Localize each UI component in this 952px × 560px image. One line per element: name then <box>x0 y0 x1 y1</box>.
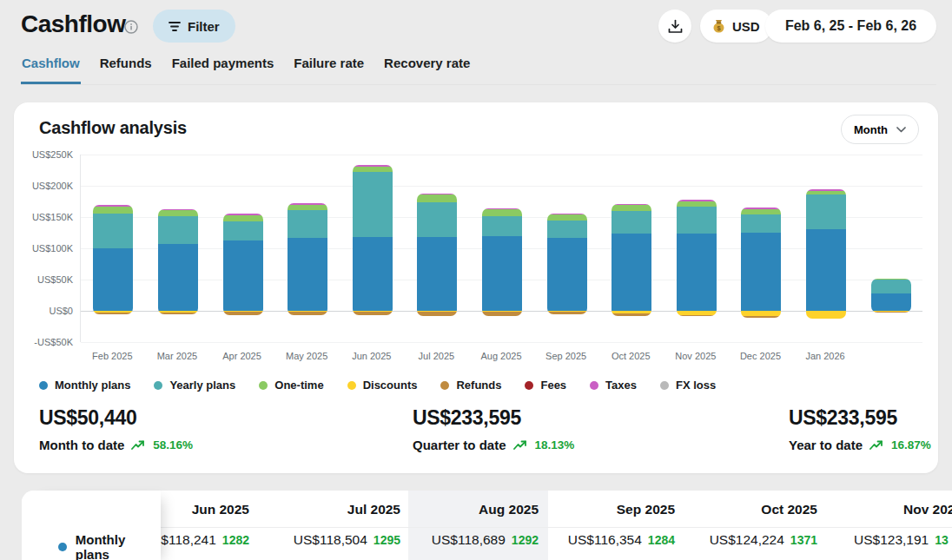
x-tick-label: Mar 2025 <box>142 351 212 361</box>
bar-nov-2025[interactable] <box>677 200 717 317</box>
bar-segment-one-time <box>677 201 717 207</box>
x-tick-label: Jul 2025 <box>401 351 471 361</box>
cell-amount: US$116,354 <box>568 532 642 547</box>
cell-value: US$116,3541284 <box>527 532 675 548</box>
legend-label: Fees <box>540 379 566 392</box>
bar-jul-2025[interactable] <box>417 194 457 316</box>
stat-quarter-to-date: US$233,595 Quarter to date 18.13% <box>413 406 574 452</box>
legend-dot <box>39 381 48 390</box>
stat-amount: US$233,595 <box>789 406 931 430</box>
bar-segment-one-time <box>871 279 911 280</box>
bar-segment-refunds <box>93 313 133 314</box>
stat-change: 18.13% <box>535 438 575 451</box>
cell-count: 13 <box>935 533 949 547</box>
table-header-divider <box>161 527 952 528</box>
column-header-jul-2025: Jul 2025 <box>270 502 400 517</box>
date-range-button[interactable]: Feb 6, 25 - Feb 6, 26 <box>765 10 936 43</box>
y-tick-label: -US$50K <box>14 337 73 347</box>
bar-feb-2025[interactable] <box>93 205 133 314</box>
tab-failed-payments[interactable]: Failed payments <box>171 54 275 84</box>
bar-segment-monthly-plans <box>158 244 198 311</box>
tab-cashflow[interactable]: Cashflow <box>21 54 81 84</box>
bar-segment-refunds <box>612 313 651 316</box>
bar-segment-taxes <box>353 165 393 167</box>
bar-segment-one-time <box>223 215 263 221</box>
chevron-down-icon <box>896 127 906 133</box>
cell-count: 1371 <box>790 533 817 547</box>
bar-segment-yearly-plans <box>482 216 522 237</box>
bar-sep-2025[interactable] <box>547 214 587 315</box>
legend-item-refunds[interactable]: Refunds <box>440 379 501 392</box>
legend-item-fx-loss[interactable]: FX loss <box>660 379 716 392</box>
bar-mar-2025[interactable] <box>158 209 198 315</box>
page-title: Cashflow <box>21 10 125 38</box>
legend-item-one-time[interactable]: One-time <box>259 379 323 392</box>
bar-segment-monthly-plans <box>223 240 263 311</box>
legend-item-taxes[interactable]: Taxes <box>590 379 637 392</box>
chart-legend: Monthly plansYearly plansOne-timeDiscoun… <box>39 379 716 392</box>
tab-refunds[interactable]: Refunds <box>99 54 153 84</box>
legend-item-fees[interactable]: Fees <box>525 379 566 392</box>
bar-aug-2025[interactable] <box>482 208 522 316</box>
bar-segment-taxes <box>158 209 198 210</box>
bar-segment-monthly-plans <box>417 237 457 311</box>
bar-segment-taxes <box>547 214 587 214</box>
bar-segment-yearly-plans <box>353 172 393 237</box>
trend-up-icon <box>869 440 884 451</box>
filter-button[interactable]: Filter <box>153 10 235 43</box>
period-selector[interactable]: Month <box>841 115 919 144</box>
y-tick-label: US$50K <box>14 274 73 285</box>
stat-label: Month to date <box>39 438 124 452</box>
bar-may-2025[interactable] <box>288 203 327 315</box>
cell-amount: US$118,689 <box>432 532 506 547</box>
bar-jun-2025[interactable] <box>353 165 393 315</box>
cell-amount: US$124,224 <box>710 532 784 547</box>
bar-segment-yearly-plans <box>677 207 717 234</box>
period-selector-value: Month <box>854 123 888 136</box>
bar-partial[interactable] <box>871 279 911 313</box>
tab-recovery-rate[interactable]: Recovery rate <box>383 54 471 84</box>
legend-label: Yearly plans <box>169 379 235 392</box>
bar-segment-monthly-plans <box>547 238 587 311</box>
bar-jan-2026[interactable] <box>806 189 846 319</box>
bar-segment-refunds <box>741 316 781 317</box>
row-label: Monthly plans <box>76 532 161 560</box>
cashflow-analysis-card: Cashflow analysis Month Monthly plansYea… <box>14 102 938 473</box>
legend-dot <box>347 381 356 390</box>
bar-dec-2025[interactable] <box>741 208 781 318</box>
bar-segment-monthly-plans <box>353 237 393 311</box>
gridline <box>81 155 922 155</box>
info-icon[interactable] <box>124 20 138 34</box>
bar-segment-refunds <box>223 312 263 315</box>
y-tick-label: US$200K <box>14 181 73 191</box>
y-tick-label: US$250K <box>14 149 73 160</box>
currency-button[interactable]: $ USD <box>700 10 772 43</box>
bar-segment-taxes <box>677 200 717 201</box>
table-row-label-column: Monthly plans <box>22 491 161 560</box>
column-header-aug-2025: Aug 2025 <box>408 502 539 517</box>
legend-item-yearly-plans[interactable]: Yearly plans <box>154 379 235 392</box>
column-header-sep-2025: Sep 2025 <box>545 502 675 517</box>
x-tick-label: May 2025 <box>272 351 341 361</box>
bar-oct-2025[interactable] <box>612 204 651 316</box>
bar-segment-monthly-plans <box>871 293 911 311</box>
bar-segment-one-time <box>158 210 198 216</box>
bar-segment-taxes <box>741 208 781 209</box>
filter-icon <box>169 21 181 32</box>
column-header-nov-2025: Nov 2025 <box>903 502 952 517</box>
legend-item-discounts[interactable]: Discounts <box>347 379 418 392</box>
bar-segment-one-time <box>93 207 133 214</box>
bar-apr-2025[interactable] <box>223 214 263 315</box>
download-button[interactable] <box>658 10 691 43</box>
bar-segment-one-time <box>417 194 457 202</box>
stat-label: Quarter to date <box>413 438 506 452</box>
bar-segment-monthly-plans <box>677 234 717 311</box>
bar-segment-monthly-plans <box>93 248 133 311</box>
bar-segment-taxes <box>288 203 327 204</box>
chart-title: Cashflow analysis <box>39 118 187 138</box>
x-tick-label: Dec 2025 <box>725 351 795 361</box>
legend-item-monthly-plans[interactable]: Monthly plans <box>39 379 130 392</box>
cell-amount: US$118,504 <box>294 532 367 547</box>
tab-failure-rate[interactable]: Failure rate <box>293 54 365 84</box>
table-row[interactable]: Monthly plans <box>58 532 161 560</box>
